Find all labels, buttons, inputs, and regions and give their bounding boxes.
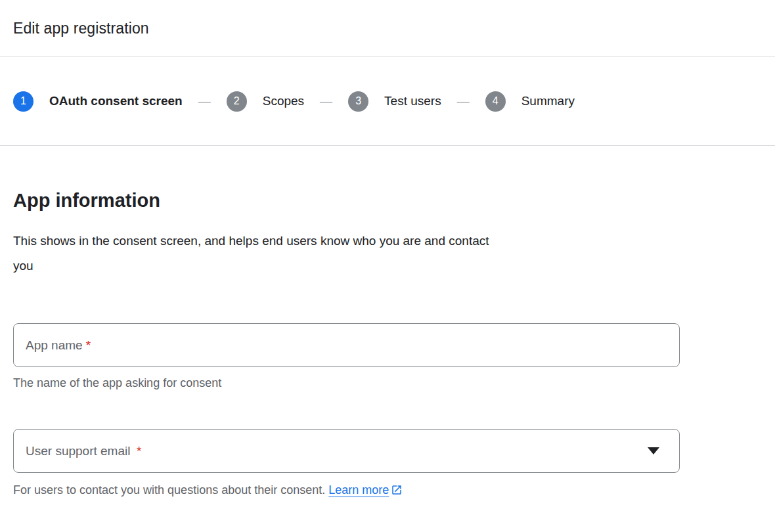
step-separator: — bbox=[320, 94, 332, 108]
stepper-step-oauth-consent-screen[interactable]: 1 OAuth consent screen bbox=[13, 91, 183, 112]
app-name-label: App name bbox=[26, 338, 83, 353]
learn-more-link-label: Learn more bbox=[328, 483, 389, 497]
step-separator: — bbox=[457, 94, 470, 108]
step-3-label: Test users bbox=[384, 94, 441, 108]
step-4-label: Summary bbox=[521, 94, 575, 108]
step-3-number-badge: 3 bbox=[348, 91, 368, 112]
section-heading: App information bbox=[13, 189, 762, 211]
step-2-number-badge: 2 bbox=[227, 91, 247, 112]
user-support-email-label: User support email bbox=[26, 444, 130, 458]
app-name-required-asterisk: * bbox=[86, 338, 91, 353]
section-description: This shows in the consent screen, and he… bbox=[13, 229, 565, 278]
step-separator: — bbox=[198, 94, 211, 108]
page-title: Edit app registration bbox=[13, 20, 149, 37]
stepper-step-scopes[interactable]: 2 Scopes bbox=[227, 91, 304, 112]
user-support-email-helper-text: For users to contact you with questions … bbox=[13, 483, 762, 497]
app-name-field[interactable]: App name * bbox=[13, 323, 680, 367]
user-support-email-label-wrap: User support email * bbox=[26, 444, 141, 458]
stepper-step-summary[interactable]: 4 Summary bbox=[485, 91, 575, 112]
app-information-section: App information This shows in the consen… bbox=[0, 189, 775, 497]
page-header: Edit app registration bbox=[0, 0, 775, 57]
step-4-number-badge: 4 bbox=[485, 91, 506, 112]
app-name-helper-text: The name of the app asking for consent bbox=[13, 376, 762, 390]
step-1-number-badge: 1 bbox=[13, 91, 33, 112]
open-in-new-icon bbox=[391, 484, 403, 496]
step-2-label: Scopes bbox=[263, 94, 304, 108]
wizard-stepper: 1 OAuth consent screen — 2 Scopes — 3 Te… bbox=[0, 57, 775, 146]
dropdown-arrow-icon bbox=[648, 447, 659, 454]
user-support-email-required-asterisk: * bbox=[137, 444, 141, 458]
user-support-email-helper-label: For users to contact you with questions … bbox=[13, 483, 325, 497]
step-1-label: OAuth consent screen bbox=[49, 94, 183, 108]
stepper-step-test-users[interactable]: 3 Test users bbox=[348, 91, 441, 112]
learn-more-link[interactable]: Learn more bbox=[328, 483, 403, 497]
user-support-email-select[interactable]: User support email * bbox=[13, 429, 680, 473]
